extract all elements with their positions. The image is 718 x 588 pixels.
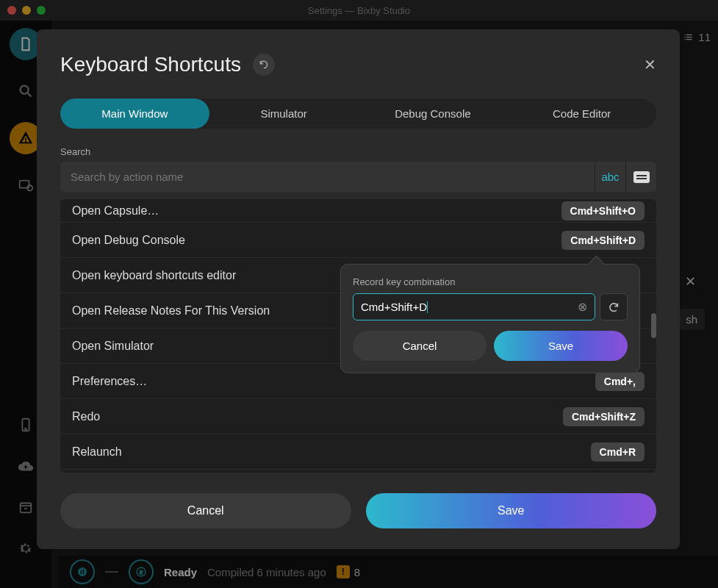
list-item[interactable]: Relaunch Cmd+R: [60, 434, 656, 470]
keyboard-icon: [633, 171, 650, 183]
shortcut-key[interactable]: Cmd+Shift+D: [561, 231, 645, 250]
shortcut-key[interactable]: Cmd+R: [591, 442, 645, 462]
tabs: Main Window Simulator Debug Console Code…: [60, 98, 656, 129]
clear-input-icon[interactable]: ⊗: [578, 300, 587, 314]
search-label: Search: [60, 146, 656, 157]
modal-cancel-button[interactable]: Cancel: [60, 493, 351, 528]
keyboard-shortcuts-modal: Keyboard Shortcuts ✕ Main Window Simulat…: [37, 29, 680, 549]
close-icon[interactable]: ✕: [644, 56, 656, 74]
shortcut-action: Relaunch: [72, 445, 122, 459]
shortcut-action: Open Release Notes For This Version: [72, 304, 270, 318]
search-mode-keyboard-button[interactable]: [625, 162, 656, 192]
tab-simulator[interactable]: Simulator: [209, 98, 359, 129]
shortcut-key[interactable]: Cmd+,: [595, 372, 645, 391]
list-item[interactable]: Redo Cmd+Shift+Z: [60, 399, 656, 434]
reset-shortcuts-button[interactable]: [253, 54, 275, 76]
modal-save-button[interactable]: Save: [366, 493, 657, 528]
popover-save-button[interactable]: Save: [494, 331, 628, 361]
shortcut-key[interactable]: Cmd+Shift+Z: [563, 407, 645, 426]
key-combination-input[interactable]: Cmd+Shift+D ⊗: [353, 293, 595, 320]
shortcut-action: Redo: [72, 410, 100, 423]
scrollbar-thumb[interactable]: [651, 313, 656, 338]
reset-combination-button[interactable]: [600, 293, 628, 320]
popover-cancel-button[interactable]: Cancel: [353, 331, 487, 361]
list-item[interactable]: Open Debug Console Cmd+Shift+D: [60, 223, 656, 258]
shortcut-action: Open Simulator: [72, 340, 154, 353]
shortcut-action: Open Debug Console: [72, 234, 185, 247]
tab-code-editor[interactable]: Code Editor: [507, 98, 656, 129]
search-input[interactable]: [60, 162, 595, 192]
shortcut-key[interactable]: Cmd+Shift+O: [561, 201, 645, 220]
record-combination-popover: Record key combination Cmd+Shift+D ⊗ Can…: [340, 264, 640, 373]
list-item[interactable]: Open Capsule… Cmd+Shift+O: [60, 199, 656, 223]
tab-main-window[interactable]: Main Window: [60, 98, 209, 129]
shortcut-action: Preferences…: [72, 375, 147, 388]
shortcut-action: Open Capsule…: [72, 204, 159, 218]
modal-title: Keyboard Shortcuts: [60, 53, 241, 76]
search-mode-text-button[interactable]: abc: [595, 162, 625, 192]
shortcut-list: Open Capsule… Cmd+Shift+O Open Debug Con…: [60, 199, 656, 473]
shortcut-action: Open keyboard shortcuts editor: [72, 269, 236, 282]
tab-debug-console[interactable]: Debug Console: [359, 98, 508, 129]
popover-label: Record key combination: [353, 276, 628, 287]
